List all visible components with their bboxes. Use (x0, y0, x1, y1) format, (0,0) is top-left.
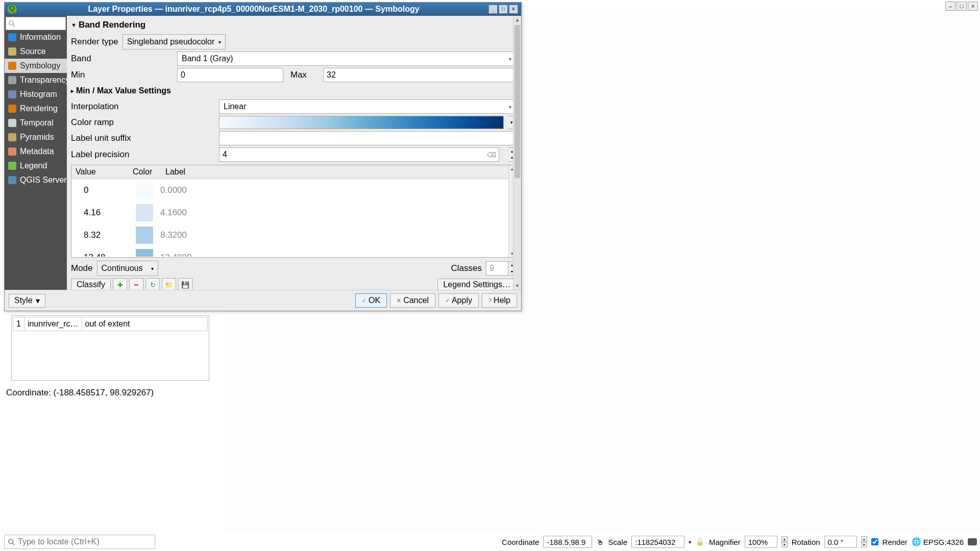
reload-button[interactable]: ↻ (145, 278, 160, 290)
precision-label: Label precision (71, 149, 215, 160)
band-rendering-title: Band Rendering (79, 20, 145, 30)
render-type-combo[interactable]: Singleband pseudocolor ▾ (122, 34, 226, 49)
chevron-down-icon[interactable]: ▾ (689, 539, 691, 545)
color-swatch[interactable] (136, 227, 153, 244)
os-maximize-button[interactable]: □ (957, 2, 967, 11)
sidebar-item-legend[interactable]: Legend (5, 159, 67, 173)
table-header: Value Color Label (71, 165, 516, 179)
metadata-icon (8, 147, 17, 156)
interpolation-value: Linear (224, 102, 246, 111)
color-ramp-preview[interactable] (219, 116, 504, 129)
sidebar-item-pyramids[interactable]: Pyramids (5, 130, 67, 144)
dialog-minimize-button[interactable]: _ (488, 5, 498, 14)
suffix-input[interactable] (219, 131, 516, 145)
scroll-down-icon[interactable]: ▾ (513, 282, 521, 290)
layer-status: out of extent (82, 317, 133, 331)
os-close-button[interactable]: × (968, 2, 978, 11)
status-rotation-input[interactable] (824, 536, 857, 548)
status-rotation-label: Rotation (792, 538, 820, 546)
scrollbar-thumb[interactable] (514, 25, 520, 178)
classification-table: Value Color Label 00.00004.164.16008.328… (71, 165, 516, 258)
table-row[interactable]: 12.4812.4800 (71, 246, 516, 257)
minmax-section-header[interactable]: ▸ Min / Max Value Settings (71, 84, 516, 97)
table-row[interactable]: 00.0000 (71, 179, 516, 202)
panel-scrollbar[interactable]: ▴ ▾ (513, 16, 521, 290)
locator-bar[interactable]: Type to locate (Ctrl+K) (4, 535, 155, 549)
table-row[interactable]: 8.328.3200 (71, 224, 516, 246)
min-input[interactable] (177, 68, 283, 82)
style-menu-button[interactable]: Style ▾ (9, 294, 45, 308)
status-magnifier-input[interactable] (745, 536, 777, 548)
rotation-spinner[interactable]: ▴▾ (861, 536, 867, 547)
mode-combo[interactable]: Continuous ▾ (97, 261, 158, 276)
header-label[interactable]: Label (161, 165, 516, 179)
sidebar-item-symbology[interactable]: Symbology (5, 59, 67, 73)
scroll-up-icon[interactable]: ▴ (513, 16, 521, 24)
cancel-button[interactable]: ✕Cancel (390, 293, 435, 308)
sidebar-search[interactable] (6, 17, 66, 30)
cell-value: 12.48 (71, 253, 129, 257)
header-value[interactable]: Value (71, 165, 129, 179)
sidebar-item-qgis-server[interactable]: QGIS Server (5, 173, 67, 187)
status-bar: Coordinate 🖱 Scale ▾ 🔒 Magnifier ▴▾ Rota… (502, 535, 977, 549)
status-render-label: Render (883, 538, 908, 546)
layer-index: 1 (13, 317, 24, 331)
band-select[interactable]: Band 1 (Gray) ▾ (177, 52, 516, 66)
ok-button[interactable]: ✓OK (355, 293, 387, 308)
sidebar-item-histogram[interactable]: Histogram (5, 87, 67, 102)
save-button[interactable]: 💾 (178, 278, 192, 290)
interpolation-select[interactable]: Linear ▾ (219, 99, 516, 114)
classes-input (486, 261, 508, 276)
status-coord-label: Coordinate (502, 538, 539, 546)
svg-rect-12 (8, 176, 16, 184)
sidebar-item-label: Metadata (20, 147, 54, 156)
help-button[interactable]: ?Help (482, 293, 517, 308)
collapse-icon: ▼ (71, 22, 77, 28)
svg-point-0 (9, 21, 14, 26)
render-type-value: Singleband pseudocolor (127, 37, 215, 46)
sidebar-item-label: QGIS Server (20, 176, 67, 185)
clear-icon[interactable]: ⌫ (487, 151, 496, 159)
sidebar-item-transparency[interactable]: Transparency (5, 73, 67, 87)
sidebar-item-rendering[interactable]: Rendering (5, 102, 67, 116)
svg-rect-10 (8, 147, 16, 156)
search-icon (8, 20, 15, 27)
apply-button[interactable]: ✓Apply (438, 293, 479, 308)
dialog-titlebar[interactable]: Layer Properties — inunriver_rcp4p5_0000… (5, 3, 521, 16)
messages-icon[interactable] (968, 538, 977, 545)
sidebar-item-source[interactable]: Source (5, 44, 67, 59)
layers-dock[interactable]: 1 inunriver_rc… out of extent (11, 315, 209, 381)
legend-settings-button[interactable]: Legend Settings… (437, 279, 516, 290)
coordinate-readout: Coordinate: (-188.458517, 98.929267) (6, 388, 154, 398)
precision-input[interactable] (219, 147, 499, 162)
dialog-close-button[interactable]: × (509, 5, 518, 14)
band-rendering-section-header[interactable]: ▼ Band Rendering (71, 18, 516, 32)
os-minimize-button[interactable]: – (945, 2, 955, 11)
crs-button[interactable]: 🌐 EPSG:4326 (912, 537, 964, 546)
layer-properties-dialog: Layer Properties — inunriver_rcp4p5_0000… (4, 2, 522, 311)
classify-button[interactable]: Classify (71, 279, 111, 290)
sidebar-item-metadata[interactable]: Metadata (5, 144, 67, 159)
dialog-title-text: Layer Properties — inunriver_rcp4p5_0000… (20, 5, 487, 14)
minmax-title: Min / Max Value Settings (76, 86, 171, 95)
dialog-maximize-button[interactable]: □ (499, 5, 508, 14)
svg-rect-4 (8, 62, 16, 70)
lock-icon[interactable]: 🔒 (695, 537, 705, 546)
open-folder-button[interactable]: 📁 (162, 278, 176, 290)
status-coord-input[interactable] (543, 536, 592, 548)
color-swatch[interactable] (136, 182, 153, 199)
color-swatch[interactable] (136, 249, 153, 257)
render-checkbox[interactable] (871, 538, 878, 545)
add-class-button[interactable]: ✚ (113, 278, 127, 290)
table-row[interactable]: 4.164.1600 (71, 202, 516, 224)
status-scale-input[interactable] (631, 536, 684, 548)
layer-name[interactable]: inunriver_rc… (24, 317, 82, 331)
header-color[interactable]: Color (129, 165, 161, 179)
magnifier-spinner[interactable]: ▴▾ (781, 536, 788, 547)
sidebar-item-information[interactable]: Information (5, 30, 67, 44)
color-swatch[interactable] (136, 204, 153, 221)
max-input[interactable] (323, 68, 516, 82)
mouse-icon[interactable]: 🖱 (596, 538, 604, 546)
remove-class-button[interactable]: ━ (129, 278, 143, 290)
sidebar-item-temporal[interactable]: Temporal (5, 116, 67, 130)
